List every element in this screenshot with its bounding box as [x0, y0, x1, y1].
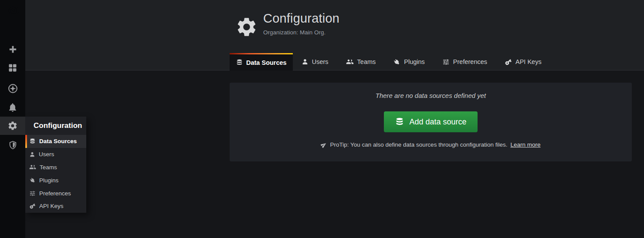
tab-preferences[interactable]: Preferences — [434, 53, 496, 70]
tab-teams[interactable]: Teams — [337, 53, 385, 70]
add-data-source-label: Add data source — [409, 117, 466, 127]
sidebar-item-dashboards[interactable] — [0, 58, 25, 77]
main-content: Configuration Organization: Main Org. Da… — [25, 0, 644, 238]
empty-state-message: There are no data sources defined yet — [230, 83, 632, 99]
flyout-item-preferences[interactable]: Preferences — [25, 187, 86, 200]
tab-label: Preferences — [453, 58, 487, 65]
plug-icon — [393, 58, 400, 66]
tab-api-keys[interactable]: API Keys — [496, 53, 550, 70]
sidebar-item-alerting[interactable] — [0, 98, 25, 117]
sidebar-item-configuration[interactable] — [0, 117, 25, 135]
users-icon — [29, 164, 36, 171]
database-icon — [395, 117, 404, 127]
user-icon — [29, 151, 35, 158]
flyout-item-data-sources[interactable]: Data Sources — [25, 135, 86, 148]
flyout-item-label: Plugins — [39, 177, 58, 184]
plus-icon — [8, 44, 18, 54]
bell-icon — [7, 102, 18, 113]
users-icon — [346, 58, 354, 66]
database-icon — [236, 59, 243, 66]
sliders-icon — [29, 190, 36, 197]
flyout-item-label: Preferences — [39, 190, 71, 197]
sidebar-item-explore[interactable] — [0, 79, 25, 98]
plug-icon — [29, 177, 36, 184]
rocket-icon — [321, 142, 327, 148]
gear-icon — [235, 16, 258, 38]
tab-users[interactable]: Users — [293, 53, 337, 70]
shield-icon — [8, 140, 18, 150]
flyout-item-label: Users — [39, 151, 54, 158]
page-subtitle: Organization: Main Org. — [263, 29, 325, 36]
flyout-item-plugins[interactable]: Plugins — [25, 174, 86, 187]
page-title: Configuration — [263, 11, 339, 26]
grafana-logo-icon — [4, 2, 21, 20]
user-icon — [302, 58, 308, 65]
side-menu — [0, 0, 25, 238]
flyout-item-label: API Keys — [39, 203, 64, 209]
key-icon — [505, 58, 512, 66]
flyout-item-users[interactable]: Users — [25, 148, 86, 161]
data-sources-panel: There are no data sources defined yet Ad… — [230, 83, 632, 161]
tab-label: API Keys — [515, 58, 542, 65]
apps-icon — [7, 63, 18, 73]
tab-label: Plugins — [404, 58, 425, 65]
sidebar-item-server-admin[interactable] — [0, 135, 25, 154]
grafana-logo[interactable] — [0, 1, 25, 21]
flyout-title[interactable]: Configuration — [25, 117, 86, 135]
configuration-flyout-menu: Configuration Data Sources Users Teams P… — [25, 117, 86, 213]
tab-label: Users — [312, 58, 329, 65]
compass-icon — [7, 83, 18, 94]
flyout-item-label: Data Sources — [39, 138, 77, 144]
tab-plugins[interactable]: Plugins — [384, 53, 434, 70]
tab-data-sources[interactable]: Data Sources — [230, 53, 293, 70]
database-icon — [29, 138, 36, 144]
tab-label: Data Sources — [246, 59, 287, 66]
tab-label: Teams — [357, 58, 376, 65]
learn-more-link[interactable]: Learn more — [510, 141, 540, 148]
flyout-item-teams[interactable]: Teams — [25, 161, 86, 174]
flyout-item-api-keys[interactable]: API Keys — [25, 200, 86, 213]
add-data-source-button[interactable]: Add data source — [384, 111, 477, 132]
key-icon — [29, 203, 36, 209]
protip-text: ProTip: You can also define data sources… — [330, 141, 507, 148]
sliders-icon — [442, 58, 450, 66]
gear-icon — [7, 121, 18, 131]
flyout-item-label: Teams — [40, 164, 57, 171]
tab-bar: Data Sources Users Teams Plugins Prefere… — [230, 53, 550, 70]
protip-row: ProTip: You can also define data sources… — [230, 141, 632, 148]
sidebar-item-create[interactable] — [0, 40, 25, 59]
